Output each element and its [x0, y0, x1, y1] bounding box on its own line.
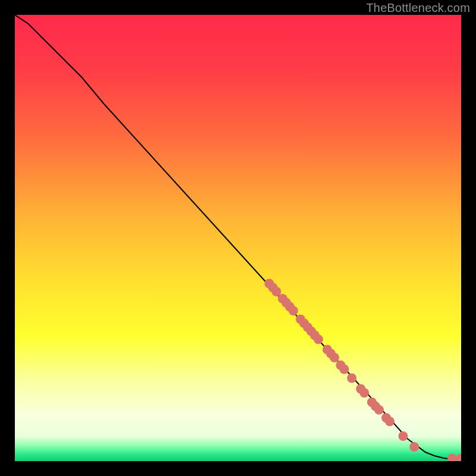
plot-area	[15, 15, 461, 461]
data-marker	[314, 334, 323, 344]
data-marker	[272, 287, 281, 296]
data-marker	[347, 374, 356, 383]
data-marker	[399, 431, 408, 441]
data-marker	[385, 416, 394, 426]
chart-background	[15, 15, 461, 461]
chart-svg	[15, 15, 461, 461]
data-marker	[340, 365, 349, 374]
data-marker	[409, 442, 419, 452]
data-marker	[374, 405, 384, 415]
chart-stage: TheBottleneck.com	[0, 0, 476, 476]
data-marker	[359, 388, 369, 397]
attribution-text: TheBottleneck.com	[366, 1, 470, 15]
data-marker	[330, 353, 339, 362]
data-marker	[289, 306, 298, 315]
